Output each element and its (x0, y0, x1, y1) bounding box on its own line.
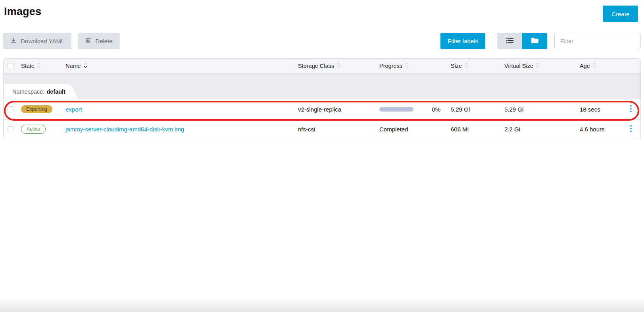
progress-cell: 0% (375, 106, 447, 113)
age-cell: 18 secs (576, 106, 621, 113)
progress-percent: 0% (432, 106, 440, 113)
namespace-group-header: Namespace: default (4, 73, 640, 99)
storage-class-cell: nfs-csi (294, 126, 375, 133)
column-header-age[interactable]: Age (576, 59, 621, 73)
age-cell: 4.6 hours (576, 126, 621, 133)
sort-icon (464, 62, 468, 69)
download-icon (10, 37, 17, 45)
namespace-value: default (46, 89, 65, 95)
row-checkbox-cell (4, 106, 17, 112)
table-controls: Filter labels (440, 33, 641, 49)
name-cell: jammy-server-cloudimg-amd64-disk-kvm.img (62, 126, 294, 133)
images-table: State Name Storage Class (3, 58, 641, 139)
image-name-link[interactable]: export (65, 106, 82, 113)
sort-icon (37, 62, 41, 69)
select-all-checkbox[interactable] (8, 63, 13, 69)
actions-cell (621, 123, 640, 135)
namespace-group-tab: Namespace: default (4, 84, 68, 99)
column-header-virtual-size[interactable]: Virtual Size (500, 59, 576, 73)
sort-icon-active-desc (83, 62, 87, 69)
group-view-button[interactable] (522, 33, 547, 49)
row-actions-button[interactable] (628, 104, 634, 115)
page-title: Images (4, 6, 41, 18)
progress-cell: Completed (375, 126, 447, 133)
column-header-actions (621, 59, 640, 73)
virtual-size-cell: 2.2 Gi (500, 126, 576, 133)
filter-labels-button[interactable]: Filter labels (440, 33, 485, 49)
namespace-label: Namespace: (12, 89, 44, 95)
name-cell: export (62, 106, 294, 113)
state-cell: Active (17, 125, 62, 134)
sort-icon (592, 62, 596, 69)
virtual-size-cell: 5.29 Gi (500, 106, 576, 113)
view-mode-toggle (497, 33, 547, 49)
column-header-progress[interactable]: Progress (375, 59, 447, 73)
trash-icon (85, 37, 91, 45)
row-actions-button[interactable] (628, 123, 634, 135)
table-row: Exporting export v2-single-replica 0% 5.… (4, 99, 640, 119)
bulk-actions: Download YAML Delete (3, 33, 127, 49)
table-header-row: State Name Storage Class (4, 59, 640, 73)
state-cell: Exporting (17, 105, 62, 114)
kebab-menu-icon (630, 125, 632, 133)
download-yaml-label: Download YAML (21, 38, 64, 44)
header-cell-checkbox (4, 63, 17, 69)
column-header-storage-class[interactable]: Storage Class (294, 59, 375, 73)
actions-cell (621, 104, 640, 115)
size-cell: 5.29 Gi (447, 106, 500, 113)
column-header-name[interactable]: Name (62, 59, 294, 73)
row-checkbox[interactable] (8, 126, 13, 132)
column-header-size[interactable]: Size (447, 59, 500, 73)
page-header: Images Create (0, 0, 644, 22)
status-badge-exporting: Exporting (21, 105, 52, 114)
column-header-state[interactable]: State (17, 59, 62, 73)
folder-group-view-icon (531, 38, 538, 44)
filter-input[interactable] (554, 33, 641, 49)
bottom-fade (0, 296, 644, 312)
delete-label: Delete (95, 38, 112, 44)
delete-button[interactable]: Delete (78, 33, 119, 49)
images-page: Images Create Download YAML (0, 0, 644, 312)
create-button[interactable]: Create (603, 6, 638, 22)
kebab-menu-icon (630, 105, 632, 114)
image-name-link[interactable]: jammy-server-cloudimg-amd64-disk-kvm.img (65, 126, 184, 133)
download-yaml-button[interactable]: Download YAML (3, 33, 71, 49)
progress-bar (379, 107, 413, 112)
sort-icon (536, 62, 540, 69)
table-row: Active jammy-server-cloudimg-amd64-disk-… (4, 119, 640, 139)
storage-class-cell: v2-single-replica (294, 106, 375, 113)
row-checkbox[interactable] (8, 106, 13, 112)
sort-icon (336, 62, 340, 69)
toolbar: Download YAML Delete Filter labels (3, 33, 641, 49)
list-view-button[interactable] (497, 33, 522, 49)
status-badge-active: Active (21, 125, 46, 134)
row-checkbox-cell (4, 126, 17, 132)
list-view-icon (506, 38, 513, 44)
size-cell: 606 Mi (447, 126, 500, 133)
sort-icon (405, 62, 409, 69)
